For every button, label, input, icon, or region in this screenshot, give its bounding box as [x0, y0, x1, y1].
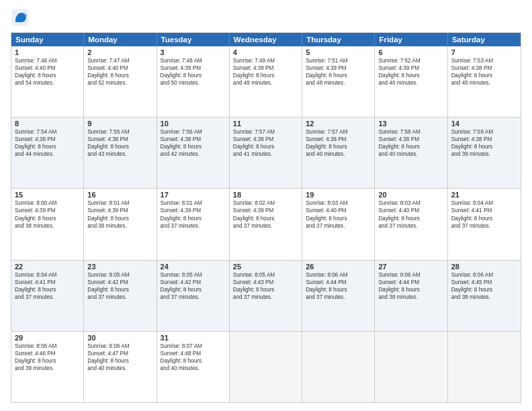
cell-line: Sunset: 4:40 PM	[87, 64, 152, 72]
cell-line: and 37 minutes.	[378, 222, 443, 230]
day-number: 9	[87, 120, 152, 128]
cell-line: Sunset: 4:38 PM	[451, 136, 517, 143]
day-number: 10	[161, 120, 226, 128]
cell-line: Daylight: 8 hours	[161, 357, 226, 365]
cell-line: Sunset: 4:38 PM	[451, 64, 517, 72]
calendar-cell: 31Sunrise: 8:07 AMSunset: 4:48 PMDayligh…	[157, 332, 230, 402]
calendar-cell: 28Sunrise: 8:06 AMSunset: 4:45 PMDayligh…	[448, 261, 521, 331]
day-number: 6	[378, 48, 443, 56]
cell-line: Sunset: 4:39 PM	[15, 207, 80, 214]
cell-line: Sunrise: 8:05 AM	[233, 271, 298, 279]
calendar-body: 1Sunrise: 7:46 AMSunset: 4:40 PMDaylight…	[11, 46, 521, 402]
page: SundayMondayTuesdayWednesdayThursdayFrid…	[0, 0, 532, 411]
cell-line: Sunset: 4:38 PM	[87, 136, 152, 143]
cell-line: Sunrise: 8:04 AM	[451, 199, 517, 207]
calendar-cell: 17Sunrise: 8:01 AMSunset: 4:39 PMDayligh…	[157, 189, 230, 259]
calendar-cell: 21Sunrise: 8:04 AMSunset: 4:41 PMDayligh…	[448, 189, 521, 259]
cell-line: and 38 minutes.	[15, 222, 80, 230]
calendar-cell	[302, 332, 375, 402]
calendar-cell: 23Sunrise: 8:05 AMSunset: 4:42 PMDayligh…	[84, 261, 157, 331]
calendar-cell: 10Sunrise: 7:56 AMSunset: 4:38 PMDayligh…	[157, 118, 230, 188]
calendar-cell: 2Sunrise: 7:47 AMSunset: 4:40 PMDaylight…	[84, 46, 157, 117]
cell-line: Daylight: 8 hours	[378, 72, 443, 79]
day-number: 4	[233, 48, 298, 56]
calendar-header-cell: Saturday	[448, 33, 521, 46]
cell-line: Sunrise: 8:03 AM	[378, 199, 443, 207]
header	[11, 8, 521, 27]
day-number: 31	[161, 334, 226, 342]
calendar-cell	[448, 332, 521, 402]
cell-line: Daylight: 8 hours	[233, 72, 298, 79]
calendar-cell: 9Sunrise: 7:55 AMSunset: 4:38 PMDaylight…	[84, 118, 157, 188]
cell-line: Sunrise: 7:53 AM	[451, 57, 517, 64]
day-number: 12	[306, 120, 371, 128]
calendar-cell: 22Sunrise: 8:04 AMSunset: 4:41 PMDayligh…	[11, 261, 84, 331]
cell-line: and 52 minutes.	[87, 79, 152, 87]
cell-line: Sunrise: 7:51 AM	[306, 57, 371, 64]
day-number: 8	[15, 120, 80, 128]
day-number: 24	[161, 263, 226, 271]
calendar-cell: 26Sunrise: 8:06 AMSunset: 4:44 PMDayligh…	[302, 261, 375, 331]
calendar-cell: 6Sunrise: 7:52 AMSunset: 4:39 PMDaylight…	[375, 46, 447, 117]
cell-line: Daylight: 8 hours	[306, 72, 371, 79]
cell-line: and 40 minutes.	[87, 365, 152, 372]
cell-line: Sunset: 4:39 PM	[161, 207, 226, 214]
cell-line: and 41 minutes.	[233, 150, 298, 158]
calendar-cell: 14Sunrise: 7:59 AMSunset: 4:38 PMDayligh…	[448, 118, 521, 188]
cell-line: Sunrise: 7:49 AM	[233, 57, 298, 64]
cell-line: and 37 minutes.	[233, 222, 298, 230]
cell-line: Daylight: 8 hours	[306, 286, 371, 293]
calendar-header-cell: Wednesday	[230, 33, 302, 46]
cell-line: and 40 minutes.	[161, 365, 226, 372]
day-number: 11	[233, 120, 298, 128]
cell-line: Daylight: 8 hours	[15, 143, 80, 150]
day-number: 28	[451, 263, 517, 271]
day-number: 7	[451, 48, 517, 56]
cell-line: Daylight: 8 hours	[451, 72, 517, 79]
cell-line: Sunset: 4:41 PM	[451, 207, 517, 214]
cell-line: Sunset: 4:40 PM	[15, 64, 80, 72]
calendar-row: 15Sunrise: 8:00 AMSunset: 4:39 PMDayligh…	[11, 188, 521, 259]
cell-line: Daylight: 8 hours	[87, 215, 152, 222]
cell-line: Sunset: 4:43 PM	[233, 279, 298, 286]
cell-line: Sunset: 4:39 PM	[161, 64, 226, 72]
calendar-cell: 3Sunrise: 7:48 AMSunset: 4:39 PMDaylight…	[157, 46, 230, 117]
cell-line: Sunset: 4:42 PM	[161, 279, 226, 286]
day-number: 3	[161, 48, 226, 56]
cell-line: Sunrise: 8:05 AM	[161, 271, 226, 279]
cell-line: Sunrise: 8:00 AM	[15, 199, 80, 207]
cell-line: Daylight: 8 hours	[306, 143, 371, 150]
day-number: 30	[87, 334, 152, 342]
calendar-cell: 16Sunrise: 8:01 AMSunset: 4:39 PMDayligh…	[84, 189, 157, 259]
calendar-cell: 30Sunrise: 8:06 AMSunset: 4:47 PMDayligh…	[84, 332, 157, 402]
day-number: 1	[15, 48, 80, 56]
cell-line: and 50 minutes.	[161, 79, 226, 87]
cell-line: Sunset: 4:48 PM	[161, 350, 226, 357]
calendar-cell: 11Sunrise: 7:57 AMSunset: 4:38 PMDayligh…	[230, 118, 302, 188]
cell-line: Sunrise: 8:04 AM	[15, 271, 80, 279]
day-number: 18	[233, 191, 298, 199]
cell-line: and 38 minutes.	[378, 293, 443, 301]
cell-line: Sunrise: 7:55 AM	[87, 128, 152, 136]
calendar-cell: 25Sunrise: 8:05 AMSunset: 4:43 PMDayligh…	[230, 261, 302, 331]
cell-line: and 46 minutes.	[378, 79, 443, 87]
calendar-row: 8Sunrise: 7:54 AMSunset: 4:38 PMDaylight…	[11, 117, 521, 188]
day-number: 26	[306, 263, 371, 271]
cell-line: and 37 minutes.	[306, 222, 371, 230]
cell-line: Sunset: 4:38 PM	[306, 136, 371, 143]
calendar-header-cell: Thursday	[302, 33, 375, 46]
cell-line: Daylight: 8 hours	[306, 215, 371, 222]
cell-line: Sunrise: 7:47 AM	[87, 57, 152, 64]
day-number: 25	[233, 263, 298, 271]
cell-line: Daylight: 8 hours	[233, 215, 298, 222]
calendar-header-cell: Monday	[84, 33, 157, 46]
cell-line: Sunrise: 7:52 AM	[378, 57, 443, 64]
cell-line: Sunset: 4:40 PM	[306, 207, 371, 214]
cell-line: and 37 minutes.	[233, 293, 298, 301]
cell-line: and 49 minutes.	[233, 79, 298, 87]
cell-line: and 40 minutes.	[378, 150, 443, 158]
cell-line: Daylight: 8 hours	[378, 143, 443, 150]
cell-line: Daylight: 8 hours	[451, 215, 517, 222]
cell-line: and 39 minutes.	[15, 365, 80, 372]
day-number: 22	[15, 263, 80, 271]
